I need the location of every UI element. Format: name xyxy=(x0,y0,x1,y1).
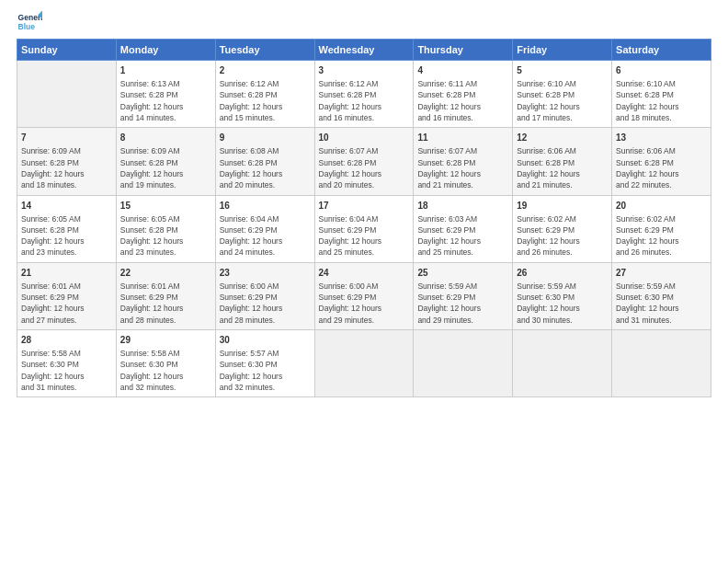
day-info: Sunrise: 6:11 AM Sunset: 6:28 PM Dayligh… xyxy=(417,78,508,123)
calendar-cell: 29Sunrise: 5:58 AM Sunset: 6:30 PM Dayli… xyxy=(116,330,215,397)
day-info: Sunrise: 6:10 AM Sunset: 6:28 PM Dayligh… xyxy=(517,78,608,123)
day-info: Sunrise: 6:07 AM Sunset: 6:28 PM Dayligh… xyxy=(417,145,508,190)
day-number: 29 xyxy=(120,334,211,347)
day-number: 21 xyxy=(21,267,112,280)
calendar-cell: 12Sunrise: 6:06 AM Sunset: 6:28 PM Dayli… xyxy=(513,128,612,195)
day-number: 1 xyxy=(120,64,211,77)
calendar-cell: 6Sunrise: 6:10 AM Sunset: 6:28 PM Daylig… xyxy=(612,61,711,128)
calendar-cell: 9Sunrise: 6:08 AM Sunset: 6:28 PM Daylig… xyxy=(215,128,314,195)
calendar-cell xyxy=(513,330,612,397)
col-thursday: Thursday xyxy=(414,40,513,61)
calendar-cell: 26Sunrise: 5:59 AM Sunset: 6:30 PM Dayli… xyxy=(513,262,612,329)
calendar-cell: 19Sunrise: 6:02 AM Sunset: 6:29 PM Dayli… xyxy=(513,195,612,262)
logo: General Blue xyxy=(17,9,42,35)
day-info: Sunrise: 6:07 AM Sunset: 6:28 PM Dayligh… xyxy=(319,145,410,190)
day-number: 22 xyxy=(120,267,211,280)
calendar-cell xyxy=(314,330,414,397)
calendar-cell: 7Sunrise: 6:09 AM Sunset: 6:28 PM Daylig… xyxy=(17,128,117,195)
day-number: 19 xyxy=(517,200,608,213)
day-number: 11 xyxy=(417,132,508,144)
day-number: 20 xyxy=(616,200,707,213)
calendar-cell xyxy=(414,330,513,397)
calendar-week-5: 28Sunrise: 5:58 AM Sunset: 6:30 PM Dayli… xyxy=(17,330,711,397)
calendar-week-1: 1Sunrise: 6:13 AM Sunset: 6:28 PM Daylig… xyxy=(17,61,711,128)
calendar-cell: 30Sunrise: 5:57 AM Sunset: 6:30 PM Dayli… xyxy=(215,330,314,397)
day-info: Sunrise: 6:06 AM Sunset: 6:28 PM Dayligh… xyxy=(517,145,608,190)
day-info: Sunrise: 6:09 AM Sunset: 6:28 PM Dayligh… xyxy=(21,145,112,190)
calendar-table: Sunday Monday Tuesday Wednesday Thursday… xyxy=(17,39,711,397)
calendar-cell: 14Sunrise: 6:05 AM Sunset: 6:28 PM Dayli… xyxy=(17,195,117,262)
calendar-cell xyxy=(612,330,711,397)
day-number: 3 xyxy=(319,64,410,77)
day-info: Sunrise: 5:57 AM Sunset: 6:30 PM Dayligh… xyxy=(220,348,311,393)
day-number: 18 xyxy=(417,200,508,213)
day-number: 2 xyxy=(220,64,311,77)
day-info: Sunrise: 6:01 AM Sunset: 6:29 PM Dayligh… xyxy=(21,281,112,326)
day-info: Sunrise: 6:01 AM Sunset: 6:29 PM Dayligh… xyxy=(120,281,211,326)
page: General Blue Sunday Monday Tuesday Wedne… xyxy=(0,0,728,563)
calendar-cell: 21Sunrise: 6:01 AM Sunset: 6:29 PM Dayli… xyxy=(17,262,117,329)
day-number: 28 xyxy=(21,334,112,347)
calendar-cell: 8Sunrise: 6:09 AM Sunset: 6:28 PM Daylig… xyxy=(116,128,215,195)
day-number: 30 xyxy=(220,334,311,347)
calendar-cell: 11Sunrise: 6:07 AM Sunset: 6:28 PM Dayli… xyxy=(414,128,513,195)
calendar-cell: 16Sunrise: 6:04 AM Sunset: 6:29 PM Dayli… xyxy=(215,195,314,262)
day-info: Sunrise: 6:13 AM Sunset: 6:28 PM Dayligh… xyxy=(120,78,211,123)
col-monday: Monday xyxy=(116,40,215,61)
day-info: Sunrise: 6:09 AM Sunset: 6:28 PM Dayligh… xyxy=(120,145,211,190)
day-number: 14 xyxy=(21,200,112,213)
calendar-cell: 27Sunrise: 5:59 AM Sunset: 6:30 PM Dayli… xyxy=(612,262,711,329)
calendar-cell: 13Sunrise: 6:06 AM Sunset: 6:28 PM Dayli… xyxy=(612,128,711,195)
day-number: 17 xyxy=(319,200,410,213)
day-info: Sunrise: 5:58 AM Sunset: 6:30 PM Dayligh… xyxy=(21,348,112,393)
calendar-cell: 28Sunrise: 5:58 AM Sunset: 6:30 PM Dayli… xyxy=(17,330,117,397)
day-info: Sunrise: 6:12 AM Sunset: 6:28 PM Dayligh… xyxy=(319,78,410,123)
calendar-cell: 17Sunrise: 6:04 AM Sunset: 6:29 PM Dayli… xyxy=(314,195,414,262)
day-info: Sunrise: 5:59 AM Sunset: 6:29 PM Dayligh… xyxy=(417,281,508,326)
day-info: Sunrise: 6:12 AM Sunset: 6:28 PM Dayligh… xyxy=(220,78,311,123)
day-info: Sunrise: 6:06 AM Sunset: 6:28 PM Dayligh… xyxy=(616,145,707,190)
day-number: 8 xyxy=(120,132,211,144)
day-number: 5 xyxy=(517,64,608,77)
calendar-cell: 22Sunrise: 6:01 AM Sunset: 6:29 PM Dayli… xyxy=(116,262,215,329)
calendar-week-3: 14Sunrise: 6:05 AM Sunset: 6:28 PM Dayli… xyxy=(17,195,711,262)
calendar-cell: 24Sunrise: 6:00 AM Sunset: 6:29 PM Dayli… xyxy=(314,262,414,329)
day-info: Sunrise: 5:58 AM Sunset: 6:30 PM Dayligh… xyxy=(120,348,211,393)
day-info: Sunrise: 5:59 AM Sunset: 6:30 PM Dayligh… xyxy=(517,281,608,326)
header-row: Sunday Monday Tuesday Wednesday Thursday… xyxy=(17,40,711,61)
day-info: Sunrise: 6:08 AM Sunset: 6:28 PM Dayligh… xyxy=(220,145,311,190)
calendar-cell: 2Sunrise: 6:12 AM Sunset: 6:28 PM Daylig… xyxy=(215,61,314,128)
col-sunday: Sunday xyxy=(17,40,117,61)
day-number: 16 xyxy=(220,200,311,213)
col-wednesday: Wednesday xyxy=(314,40,414,61)
day-number: 12 xyxy=(517,132,608,144)
day-info: Sunrise: 6:05 AM Sunset: 6:28 PM Dayligh… xyxy=(120,213,211,259)
day-number: 7 xyxy=(21,132,112,144)
calendar-cell xyxy=(17,61,117,128)
day-info: Sunrise: 6:04 AM Sunset: 6:29 PM Dayligh… xyxy=(220,213,311,259)
day-info: Sunrise: 6:02 AM Sunset: 6:29 PM Dayligh… xyxy=(616,213,707,259)
day-info: Sunrise: 6:02 AM Sunset: 6:29 PM Dayligh… xyxy=(517,213,608,259)
col-friday: Friday xyxy=(513,40,612,61)
calendar-cell: 25Sunrise: 5:59 AM Sunset: 6:29 PM Dayli… xyxy=(414,262,513,329)
calendar-cell: 18Sunrise: 6:03 AM Sunset: 6:29 PM Dayli… xyxy=(414,195,513,262)
day-info: Sunrise: 6:00 AM Sunset: 6:29 PM Dayligh… xyxy=(319,281,410,326)
day-info: Sunrise: 6:10 AM Sunset: 6:28 PM Dayligh… xyxy=(616,78,707,123)
day-info: Sunrise: 5:59 AM Sunset: 6:30 PM Dayligh… xyxy=(616,281,707,326)
day-number: 15 xyxy=(120,200,211,213)
calendar-cell: 1Sunrise: 6:13 AM Sunset: 6:28 PM Daylig… xyxy=(116,61,215,128)
col-tuesday: Tuesday xyxy=(215,40,314,61)
calendar-cell: 23Sunrise: 6:00 AM Sunset: 6:29 PM Dayli… xyxy=(215,262,314,329)
day-number: 6 xyxy=(616,64,707,77)
day-info: Sunrise: 6:05 AM Sunset: 6:28 PM Dayligh… xyxy=(21,213,112,259)
header: General Blue xyxy=(17,9,711,35)
calendar-cell: 10Sunrise: 6:07 AM Sunset: 6:28 PM Dayli… xyxy=(314,128,414,195)
calendar-cell: 4Sunrise: 6:11 AM Sunset: 6:28 PM Daylig… xyxy=(414,61,513,128)
calendar-cell: 15Sunrise: 6:05 AM Sunset: 6:28 PM Dayli… xyxy=(116,195,215,262)
day-number: 9 xyxy=(220,132,311,144)
calendar-week-2: 7Sunrise: 6:09 AM Sunset: 6:28 PM Daylig… xyxy=(17,128,711,195)
calendar-week-4: 21Sunrise: 6:01 AM Sunset: 6:29 PM Dayli… xyxy=(17,262,711,329)
day-number: 23 xyxy=(220,267,311,280)
logo-icon: General Blue xyxy=(17,9,42,35)
day-number: 26 xyxy=(517,267,608,280)
